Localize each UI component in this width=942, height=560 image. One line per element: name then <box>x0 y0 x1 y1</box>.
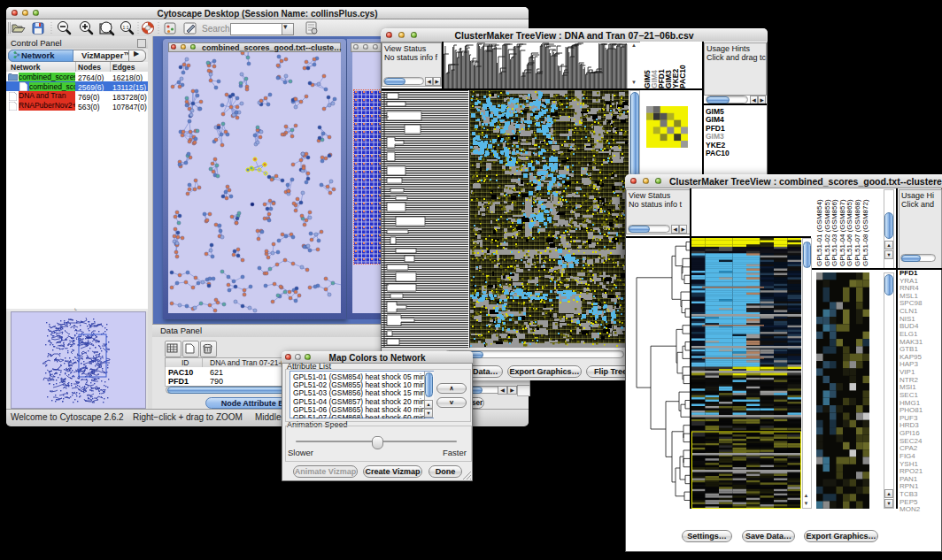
svg-text:1:1: 1:1 <box>123 25 129 30</box>
